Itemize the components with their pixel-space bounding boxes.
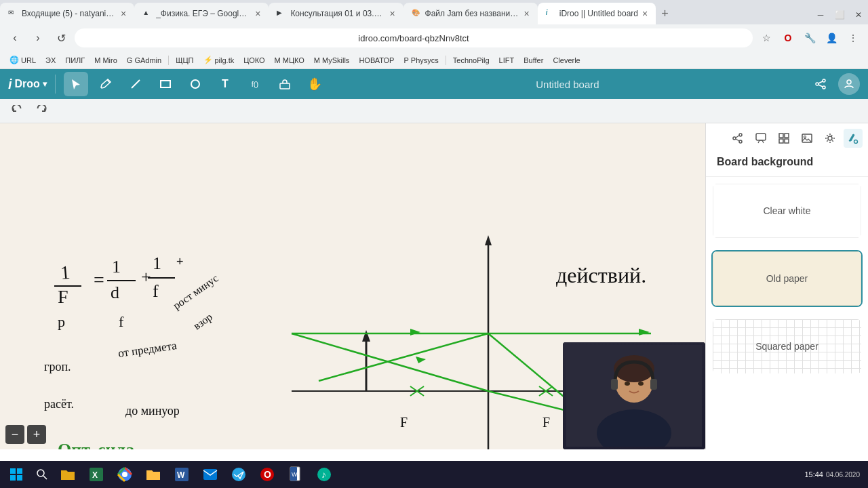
bookmark-lift[interactable]: LIFT bbox=[495, 55, 519, 66]
bookmark-miro[interactable]: M Miro bbox=[90, 55, 121, 66]
user-icon bbox=[843, 78, 855, 90]
undo-button[interactable] bbox=[8, 102, 27, 121]
tab-consultation[interactable]: ▶ Консультация 01 и 03.06.20 – С... × bbox=[269, 3, 403, 24]
url-input[interactable] bbox=[75, 28, 753, 47]
object-arrow-tip bbox=[362, 330, 370, 342]
window-maximize-button[interactable]: ⬜ bbox=[830, 5, 849, 24]
bookmark-cleverle[interactable]: Cleverle bbox=[549, 55, 584, 66]
panel-share-button[interactable] bbox=[728, 129, 747, 148]
tab-close-gmail[interactable]: × bbox=[121, 8, 126, 19]
window-close-button[interactable]: ✕ bbox=[849, 5, 868, 24]
tab-physics[interactable]: ▲ _Физика. ЕГЭ – Google Диск × bbox=[134, 3, 269, 24]
bookmark-physycs[interactable]: P Physycs bbox=[399, 55, 442, 66]
select-tool-button[interactable] bbox=[64, 72, 88, 96]
rect-tool-button[interactable] bbox=[153, 72, 178, 96]
tab-close-idroo[interactable]: × bbox=[642, 8, 648, 19]
redo-button[interactable] bbox=[31, 102, 50, 121]
toolbar-right bbox=[808, 72, 860, 96]
svg-text:♪: ♪ bbox=[321, 469, 326, 480]
text-tool-button[interactable]: T bbox=[213, 72, 237, 96]
new-tab-button[interactable]: + bbox=[656, 3, 674, 24]
formula-tool-button[interactable]: f() bbox=[243, 72, 267, 96]
bookmark-star-button[interactable]: ☆ bbox=[757, 28, 776, 47]
pencil-icon bbox=[100, 78, 112, 90]
canvas-area[interactable]: 1 F = 1 d + 1 f p f от предмета рост мин… bbox=[0, 123, 705, 449]
taskbar-app-folder2[interactable] bbox=[140, 461, 167, 488]
line-tool-button[interactable] bbox=[123, 72, 148, 96]
back-button[interactable]: ‹ bbox=[5, 28, 24, 47]
bookmark-buffer[interactable]: Buffer bbox=[519, 55, 547, 66]
bookmark-pilg[interactable]: ПИЛГ bbox=[61, 55, 89, 66]
zoom-out-button[interactable]: − bbox=[5, 425, 24, 444]
panel-settings-button[interactable] bbox=[821, 129, 840, 148]
tab-idroo[interactable]: i iDroo || Untitled board × bbox=[538, 3, 656, 24]
bookmark-url[interactable]: 🌐 URL bbox=[5, 54, 40, 66]
svg-text:f: f bbox=[153, 281, 159, 301]
window-minimize-button[interactable]: ─ bbox=[811, 5, 830, 24]
forward-button[interactable]: › bbox=[28, 28, 47, 47]
bg-paper-label: Old paper bbox=[766, 273, 808, 284]
svg-point-42 bbox=[739, 134, 742, 136]
tab-jam[interactable]: 🎨 Файл Jam без названия - Googl... × bbox=[403, 3, 538, 24]
tab-bar: ✉ Входящие (5) - natyanikova@gm... × ▲ _… bbox=[0, 0, 868, 24]
bookmark-technopilg[interactable]: TechnoPilg bbox=[449, 55, 494, 66]
circle-tool-button[interactable] bbox=[183, 72, 208, 96]
share-button[interactable] bbox=[808, 72, 833, 96]
extensions-button[interactable]: 🔧 bbox=[800, 28, 819, 47]
bookmark-mcko[interactable]: M МЦКО bbox=[271, 55, 309, 66]
bookmark-coko[interactable]: ЦОКО bbox=[239, 55, 269, 66]
bookmark-ex[interactable]: ЭX bbox=[41, 55, 60, 66]
pan-tool-button[interactable]: ✋ bbox=[302, 72, 327, 96]
tab-gmail[interactable]: ✉ Входящие (5) - natyanikova@gm... × bbox=[0, 3, 134, 24]
logo[interactable]: i Droo ▾ bbox=[8, 77, 47, 92]
panel-image-button[interactable] bbox=[797, 129, 816, 148]
bookmark-myskills[interactable]: M MySkills bbox=[310, 55, 354, 66]
user-profile-button[interactable]: 👤 bbox=[822, 28, 841, 47]
bookmark-novator[interactable]: НОВАТОР bbox=[355, 55, 398, 66]
svg-point-43 bbox=[739, 140, 742, 143]
svg-text:F: F bbox=[542, 415, 550, 430]
windows-logo-icon bbox=[9, 468, 23, 481]
taskbar-app-telegram[interactable] bbox=[225, 461, 252, 488]
bg-option-squared[interactable]: Squared paper bbox=[711, 318, 863, 375]
tab-close-jam[interactable]: × bbox=[524, 8, 530, 19]
taskbar-app-music[interactable]: ♪ bbox=[311, 461, 338, 488]
svg-point-41 bbox=[638, 382, 644, 386]
redo-icon bbox=[35, 105, 47, 117]
board-title: Untitled board bbox=[332, 79, 803, 90]
reload-button[interactable]: ↺ bbox=[52, 28, 71, 47]
tab-close-physics[interactable]: × bbox=[255, 8, 260, 19]
svg-text:рост минус: рост минус bbox=[171, 272, 220, 312]
bookmark-pilgtk[interactable]: ⚡ pilg.tk bbox=[199, 54, 239, 66]
taskbar-app-docx[interactable]: W bbox=[282, 461, 309, 488]
start-button[interactable] bbox=[3, 461, 30, 488]
taskbar-search-button[interactable] bbox=[30, 462, 54, 487]
opera-icon-button[interactable]: O bbox=[778, 28, 797, 47]
bg-option-white[interactable]: Clear white bbox=[711, 182, 863, 239]
taskbar-app-chrome[interactable] bbox=[111, 461, 138, 488]
panel-icons-row bbox=[706, 123, 868, 148]
tab-title-jam: Файл Jam без названия - Googl... bbox=[425, 9, 520, 18]
user-avatar[interactable] bbox=[838, 73, 860, 95]
taskbar-app-word[interactable]: W bbox=[168, 461, 195, 488]
panel-paint-button[interactable] bbox=[844, 129, 863, 148]
eraser-tool-button[interactable] bbox=[273, 72, 297, 96]
taskbar-app-opera[interactable]: O bbox=[254, 461, 281, 488]
menu-button[interactable]: ⋮ bbox=[844, 28, 863, 47]
taskbar-app-excel[interactable]: X bbox=[83, 461, 110, 488]
svg-text:взор: взор bbox=[191, 310, 215, 332]
taskbar-tray: 15:44 04.06.2020 bbox=[799, 470, 865, 479]
bookmark-shcp[interactable]: ЩЦП bbox=[172, 55, 197, 66]
bookmark-gadmin[interactable]: G GAdmin bbox=[123, 55, 165, 66]
draw-tool-button[interactable] bbox=[94, 72, 118, 96]
opera-icon: O bbox=[259, 466, 275, 483]
svg-text:p: p bbox=[58, 313, 65, 330]
taskbar-app-files[interactable] bbox=[54, 461, 81, 488]
taskbar-app-mail[interactable] bbox=[197, 461, 224, 488]
panel-grid-button[interactable] bbox=[774, 129, 793, 148]
tab-favicon-idroo: i bbox=[546, 9, 555, 18]
bg-option-paper[interactable]: Old paper bbox=[711, 250, 863, 307]
panel-chat-button[interactable] bbox=[751, 129, 770, 148]
tab-close-consultation[interactable]: × bbox=[389, 8, 395, 19]
zoom-in-button[interactable]: + bbox=[27, 425, 46, 444]
